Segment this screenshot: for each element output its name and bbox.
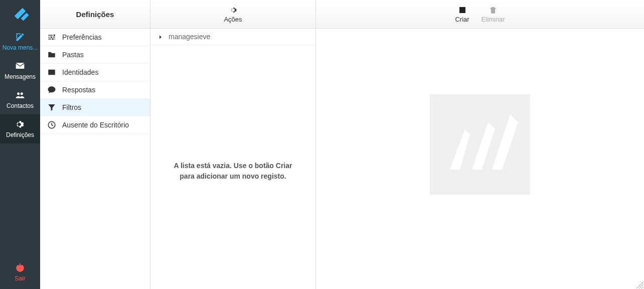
filter-icon	[47, 103, 56, 112]
settings-sections-column: Definições Preferências Pastas Identidad…	[40, 0, 150, 289]
app-sidebar: Nova mens... Mensagens Contactos Definiç…	[0, 0, 40, 289]
sliders-icon	[47, 33, 56, 42]
create-button-label: Criar	[455, 16, 469, 23]
filter-content-panel: Criar Eliminar	[316, 0, 644, 289]
content-toolbar: Criar Eliminar	[316, 0, 644, 29]
contacts-icon	[15, 90, 25, 100]
actions-menu-button[interactable]: Ações	[150, 0, 315, 29]
settings-item-label: Preferências	[62, 33, 102, 41]
sidebar-messages-label: Mensagens	[5, 73, 36, 80]
folder-icon	[47, 50, 56, 59]
settings-item-filters[interactable]: Filtros	[40, 99, 150, 116]
power-icon	[15, 263, 25, 273]
settings-item-preferences[interactable]: Preferências	[40, 29, 150, 46]
settings-column-header: Definições	[40, 0, 150, 29]
filters-list-column: Ações managesieve A lista está vazia. Us…	[150, 0, 316, 289]
sidebar-compose-label: Nova mens...	[3, 44, 38, 51]
actions-header-label: Ações	[224, 16, 242, 23]
watermark-logo	[430, 94, 530, 195]
delete-button-label: Eliminar	[481, 16, 505, 23]
app-logo	[0, 0, 40, 27]
mail-icon	[15, 61, 25, 71]
settings-sections-list: Preferências Pastas Identidades Resposta…	[40, 29, 150, 134]
sidebar-item-messages[interactable]: Mensagens	[0, 56, 40, 85]
filter-set-name: managesieve	[169, 33, 210, 41]
settings-item-folders[interactable]: Pastas	[40, 46, 150, 64]
id-card-icon	[47, 68, 56, 77]
settings-item-label: Filtros	[62, 103, 81, 111]
comment-icon	[47, 85, 56, 94]
settings-item-out-of-office[interactable]: Ausente do Escritório	[40, 116, 150, 134]
settings-item-label: Identidades	[62, 68, 98, 76]
gear-icon	[229, 6, 238, 15]
svg-rect-0	[430, 94, 530, 195]
delete-button: Eliminar	[481, 6, 505, 23]
compose-icon	[15, 32, 25, 42]
create-button[interactable]: Criar	[455, 6, 469, 23]
settings-item-responses[interactable]: Respostas	[40, 81, 150, 99]
logo-icon	[10, 6, 30, 22]
sidebar-item-compose[interactable]: Nova mens...	[0, 27, 40, 56]
resize-handle[interactable]	[636, 281, 644, 289]
chevron-right-icon	[157, 34, 164, 40]
trash-icon	[489, 6, 498, 15]
filter-set-toggle[interactable]: managesieve	[150, 29, 315, 45]
sidebar-settings-label: Definições	[6, 131, 34, 138]
settings-item-label: Respostas	[62, 86, 95, 94]
sidebar-item-logout[interactable]: Sair	[0, 258, 40, 289]
plus-square-icon	[458, 6, 467, 15]
settings-item-label: Ausente do Escritório	[62, 121, 129, 129]
settings-item-label: Pastas	[62, 51, 84, 59]
settings-item-identities[interactable]: Identidades	[40, 64, 150, 81]
filters-empty-message: A lista está vazia. Use o botão Criar pa…	[150, 45, 315, 289]
sidebar-item-settings[interactable]: Definições	[0, 114, 40, 143]
gear-icon	[15, 119, 25, 129]
sidebar-logout-label: Sair	[15, 275, 25, 282]
sidebar-contacts-label: Contactos	[7, 102, 34, 109]
sidebar-item-contacts[interactable]: Contactos	[0, 85, 40, 114]
clock-icon	[47, 120, 56, 129]
